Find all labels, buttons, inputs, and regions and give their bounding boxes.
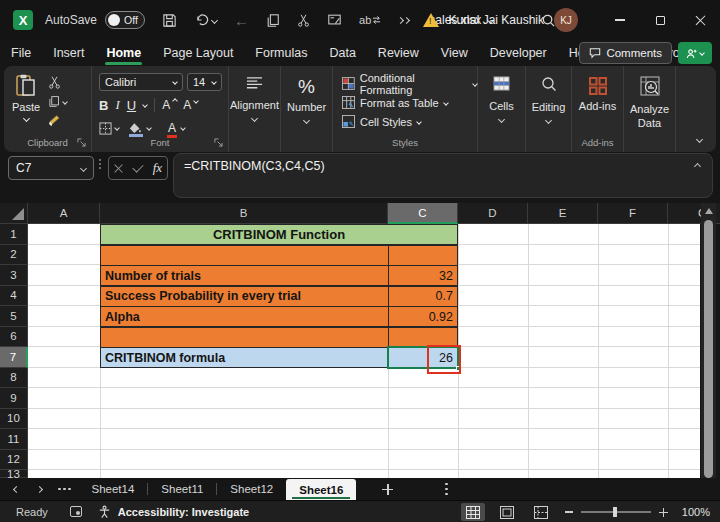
row-header-2[interactable]: 2: [0, 245, 28, 266]
tab-review[interactable]: Review: [367, 40, 430, 66]
name-box[interactable]: C7: [8, 156, 94, 180]
collapse-ribbon-icon[interactable]: [696, 136, 703, 143]
paste-dropdown-icon[interactable]: [23, 115, 30, 122]
tab-developer[interactable]: Developer: [479, 40, 558, 66]
row-header-8[interactable]: 8: [0, 368, 28, 389]
column-header-e[interactable]: E: [528, 203, 598, 224]
group-editing[interactable]: Editing: [526, 66, 572, 152]
tab-page-layout[interactable]: Page Layout: [152, 40, 244, 66]
zoom-level[interactable]: 100%: [678, 506, 710, 518]
warning-icon[interactable]: !: [423, 13, 439, 27]
sheet-tab-sheet14[interactable]: Sheet14: [79, 478, 148, 500]
row-header-1[interactable]: 1: [0, 224, 28, 245]
group-cells[interactable]: Cells: [478, 66, 526, 152]
copy-icon[interactable]: [266, 13, 280, 28]
font-dialog-launcher-icon[interactable]: [214, 138, 223, 147]
font-size-select[interactable]: 14: [187, 73, 222, 91]
page-break-preview-button[interactable]: [529, 503, 553, 521]
row-header-7[interactable]: 7: [0, 347, 28, 368]
tab-formulas[interactable]: Formulas: [244, 40, 318, 66]
record-macro-icon[interactable]: [70, 506, 82, 517]
tab-file[interactable]: File: [0, 40, 42, 66]
autosave-toggle[interactable]: Off: [105, 11, 145, 29]
cancel-icon[interactable]: [114, 164, 123, 173]
cell-styles-button[interactable]: Cell Styles: [342, 112, 477, 131]
tab-insert[interactable]: Insert: [42, 40, 95, 66]
column-header-c[interactable]: C: [388, 203, 458, 224]
share-button[interactable]: [678, 42, 712, 64]
group-addins[interactable]: Add-ins Add-ins: [572, 66, 624, 152]
zoom-out-icon[interactable]: [565, 511, 573, 512]
cell-b3[interactable]: Number of trials: [100, 265, 389, 286]
group-alignment[interactable]: Alignment: [229, 66, 281, 152]
zoom-slider[interactable]: [581, 511, 651, 513]
decrease-font-button[interactable]: A: [183, 98, 191, 112]
page-layout-view-button[interactable]: [495, 503, 519, 521]
find-replace-icon[interactable]: ab: [359, 14, 381, 26]
column-header-a[interactable]: A: [28, 203, 100, 224]
insert-function-button[interactable]: fx: [153, 160, 162, 176]
column-header-f[interactable]: F: [598, 203, 668, 224]
vertical-scrollbar[interactable]: [701, 203, 716, 478]
underline-button[interactable]: U: [127, 98, 136, 113]
cell-c3[interactable]: 32: [388, 265, 458, 286]
enter-icon[interactable]: [132, 161, 143, 172]
row-header-13[interactable]: 13: [0, 470, 28, 478]
undo-icon[interactable]: [194, 13, 217, 27]
all-sheets-icon[interactable]: [58, 488, 71, 491]
tab-view[interactable]: View: [430, 40, 479, 66]
zoom-in-icon[interactable]: [659, 508, 668, 517]
conditional-formatting-button[interactable]: Conditional Formatting: [342, 74, 477, 93]
minimize-button[interactable]: [600, 0, 640, 40]
row-header-11[interactable]: 11: [0, 429, 28, 450]
column-header-b[interactable]: B: [100, 203, 388, 224]
normal-view-button[interactable]: [461, 503, 485, 521]
new-sheet-button[interactable]: [382, 484, 393, 495]
cell-c2[interactable]: [388, 245, 458, 266]
row-header-6[interactable]: 6: [0, 327, 28, 348]
user-name[interactable]: Kunal Jai Kaushik: [449, 13, 544, 27]
sheet-tab-sheet11[interactable]: Sheet11: [148, 478, 216, 500]
user-avatar[interactable]: KJ: [554, 8, 578, 32]
row-header-5[interactable]: 5: [0, 306, 28, 327]
cell-b4[interactable]: Success Probability in every trial: [100, 286, 389, 307]
sheet-tab-sheet12[interactable]: Sheet12: [217, 478, 286, 500]
bold-button[interactable]: B: [99, 98, 108, 113]
sheet-tab-sheet16-active[interactable]: Sheet16: [286, 479, 356, 500]
format-as-table-button[interactable]: Format as Table: [342, 93, 477, 112]
column-header-d[interactable]: D: [458, 203, 528, 224]
formula-bar-grip[interactable]: [99, 159, 101, 169]
cell-c4[interactable]: 0.7: [388, 286, 458, 307]
format-painter-button[interactable]: [48, 114, 67, 127]
copy-button[interactable]: [48, 95, 67, 108]
select-all-corner[interactable]: [0, 203, 28, 224]
cell-b2[interactable]: [100, 245, 389, 266]
font-color-button[interactable]: A: [167, 121, 185, 135]
excel-logo-icon[interactable]: X: [13, 10, 33, 30]
cell-c5[interactable]: 0.92: [388, 306, 458, 327]
row-header-10[interactable]: 10: [0, 409, 28, 430]
cell-title[interactable]: CRITBINOM Function: [100, 224, 458, 245]
cell-b7[interactable]: CRITBINOM formula: [100, 347, 389, 368]
cell-b6[interactable]: [100, 327, 389, 348]
increase-font-button[interactable]: A: [162, 98, 170, 112]
accessibility-status[interactable]: Accessibility: Investigate: [118, 506, 249, 518]
close-button[interactable]: [680, 0, 720, 40]
row-header-9[interactable]: 9: [0, 388, 28, 409]
borders-button[interactable]: [99, 122, 119, 135]
scroll-up-icon[interactable]: [705, 208, 713, 214]
sheet-nav-right-icon[interactable]: [36, 485, 43, 492]
collapse-formula-bar-icon[interactable]: [694, 163, 701, 170]
group-number[interactable]: % Number: [281, 66, 333, 152]
paste-picture-icon[interactable]: [327, 13, 342, 27]
accessibility-icon[interactable]: [98, 505, 111, 519]
underline-dropdown-icon[interactable]: [142, 102, 148, 108]
sheet-options-icon[interactable]: [445, 483, 448, 496]
font-name-select[interactable]: Calibri: [99, 73, 183, 91]
sheet-nav-left-icon[interactable]: [13, 485, 20, 492]
cut-button[interactable]: [48, 76, 67, 89]
undo-dropdown-icon[interactable]: [211, 16, 218, 23]
row-header-4[interactable]: 4: [0, 286, 28, 307]
qat-overflow-icon[interactable]: [398, 18, 409, 23]
clipboard-dialog-launcher-icon[interactable]: [77, 138, 86, 147]
